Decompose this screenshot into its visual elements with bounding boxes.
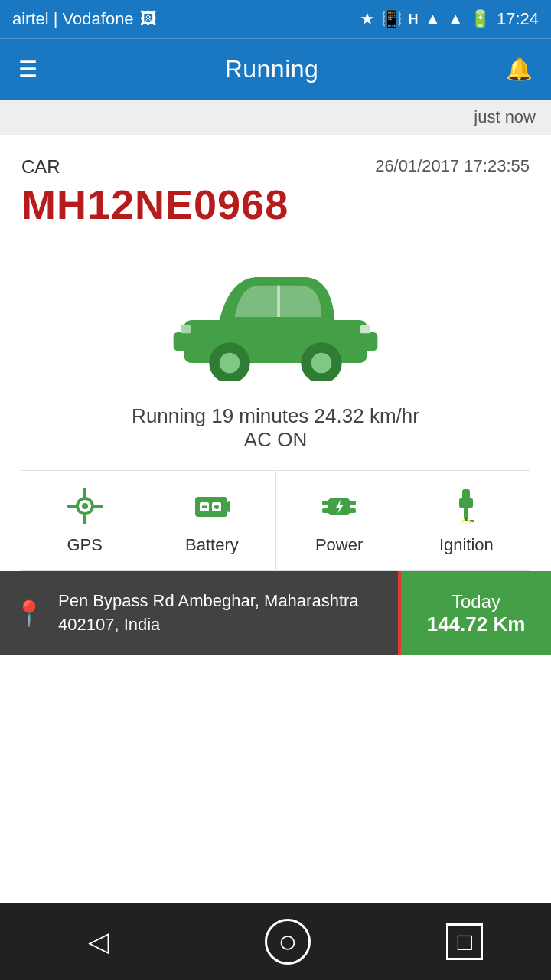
status-right: ★ 📳 H ▲ ▲ 🔋 17:24	[360, 9, 539, 29]
content-area	[0, 655, 551, 946]
signal-icon: ▲	[424, 9, 441, 29]
svg-line-34	[468, 519, 471, 523]
timestamp-bar: just now	[0, 100, 551, 135]
toolbar: ☰ Running 🔔	[0, 38, 551, 100]
svg-rect-25	[322, 508, 330, 513]
svg-rect-30	[464, 508, 468, 518]
carrier-text: airtel | Vodafone	[12, 9, 134, 29]
ignition-label: Ignition	[439, 535, 494, 555]
image-icon: 🖼	[140, 9, 157, 29]
gps-cell: GPS	[21, 471, 148, 570]
icons-row: GPS Battery	[21, 470, 530, 571]
location-text: Pen Bypass Rd Ambeghar, Maharashtra 4021…	[58, 590, 384, 637]
ignition-icon	[446, 486, 486, 526]
power-icon	[319, 486, 359, 526]
car-plate: MH12NE0968	[21, 181, 530, 228]
car-svg	[161, 259, 390, 381]
svg-rect-27	[348, 508, 356, 513]
battery-icon	[192, 486, 232, 526]
power-label: Power	[315, 535, 363, 555]
ignition-cell: Ignition	[403, 471, 530, 570]
toolbar-title: Running	[225, 55, 319, 83]
svg-rect-9	[181, 325, 191, 334]
car-illustration	[21, 243, 530, 404]
location-pin-icon: 📍	[14, 599, 44, 628]
home-button[interactable]: ○	[265, 919, 311, 965]
vibrate-icon: 📳	[381, 9, 402, 29]
svg-rect-1	[174, 332, 192, 351]
svg-rect-29	[459, 498, 473, 508]
svg-point-15	[82, 503, 88, 509]
bell-icon[interactable]: 🔔	[506, 57, 533, 82]
battery-icon: 🔋	[470, 9, 491, 29]
today-km: 144.72 Km	[427, 612, 526, 636]
svg-rect-17	[227, 501, 230, 512]
running-info: Running 19 minutes 24.32 km/hr AC ON	[21, 404, 530, 452]
car-datetime: 26/01/2017 17:23:55	[375, 156, 530, 176]
svg-rect-24	[322, 501, 330, 505]
bottom-bar: 📍 Pen Bypass Rd Ambeghar, Maharashtra 40…	[0, 571, 551, 655]
status-left: airtel | Vodafone 🖼	[12, 9, 157, 29]
today-label: Today	[452, 591, 500, 612]
battery-cell: Battery	[148, 471, 276, 570]
timestamp-text: just now	[474, 107, 536, 126]
back-button[interactable]: ◁	[68, 911, 129, 972]
car-header: CAR 26/01/2017 17:23:55	[21, 156, 530, 178]
status-bar: airtel | Vodafone 🖼 ★ 📳 H ▲ ▲ 🔋 17:24	[0, 0, 551, 38]
svg-rect-2	[359, 332, 377, 351]
svg-point-7	[311, 353, 332, 374]
signal2-icon: ▲	[447, 9, 464, 29]
main-card: CAR 26/01/2017 17:23:55 MH12NE0968	[0, 135, 551, 571]
menu-icon[interactable]: ☰	[18, 57, 37, 82]
clock: 17:24	[497, 9, 539, 29]
ac-status: AC ON	[21, 428, 530, 452]
network-h-icon: H	[408, 11, 418, 28]
gps-label: GPS	[67, 535, 102, 555]
running-status-text: Running 19 minutes 24.32 km/hr	[21, 404, 530, 428]
svg-line-33	[461, 519, 465, 523]
location-section: 📍 Pen Bypass Rd Ambeghar, Maharashtra 40…	[0, 571, 398, 655]
car-label: CAR	[21, 156, 60, 178]
star-icon: ★	[360, 9, 375, 29]
today-section: Today 144.72 Km	[398, 571, 551, 655]
gps-icon	[65, 486, 105, 526]
recents-button[interactable]: □	[446, 923, 483, 960]
nav-bar: ◁ ○ □	[0, 903, 551, 980]
power-cell: Power	[276, 471, 403, 570]
svg-rect-8	[360, 325, 370, 334]
svg-point-5	[220, 353, 240, 374]
svg-rect-26	[348, 501, 356, 505]
battery-label: Battery	[185, 535, 239, 555]
